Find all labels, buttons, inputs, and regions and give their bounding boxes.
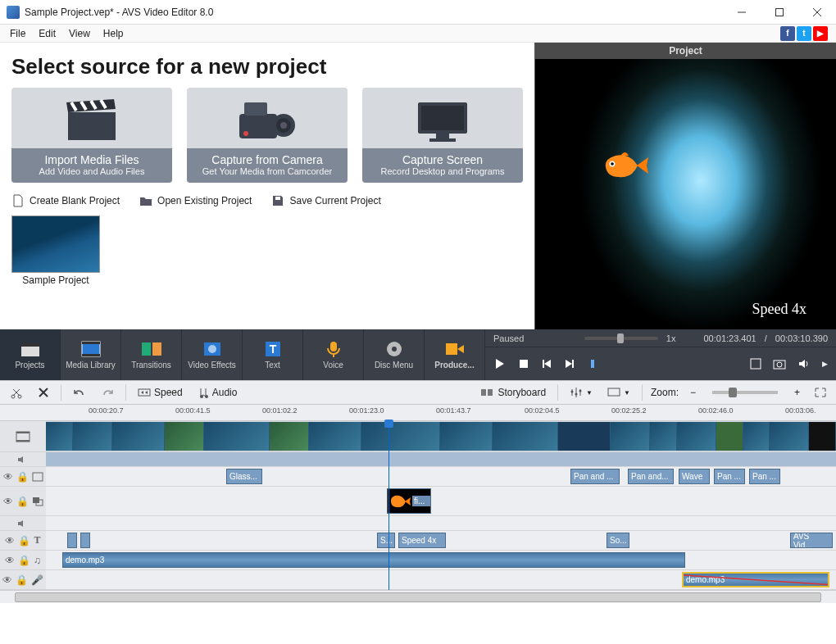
audio-button[interactable]: Audio (194, 385, 241, 400)
undo-button[interactable] (70, 385, 89, 400)
delete-button[interactable] (34, 385, 52, 400)
video-track-head[interactable] (0, 421, 46, 451)
overlay-track-head[interactable]: 👁🔒 (0, 487, 46, 515)
twitter-icon[interactable]: t (797, 26, 811, 41)
audio1-head[interactable]: 👁🔒♫ (0, 551, 46, 569)
display-options-button[interactable]: ▼ (604, 386, 634, 399)
clip-pan2[interactable]: Pan and... (628, 469, 674, 484)
video-audio-head[interactable] (0, 452, 46, 466)
timeline-ruler[interactable]: 00:00:20.7 00:00:41.5 00:01:02.2 00:01:2… (0, 405, 836, 421)
minimize-button[interactable] (723, 0, 761, 25)
clip-pan1[interactable]: Pan and ... (570, 469, 620, 484)
youtube-icon[interactable]: ▶ (813, 26, 828, 41)
svg-rect-36 (139, 389, 150, 396)
clip-pan3[interactable]: Pan ... (714, 469, 745, 484)
audio-track-1: 👁🔒♫ demo.mp3 (0, 551, 836, 570)
eye-icon: 👁 (3, 471, 13, 483)
overlay-clip[interactable]: fi... (387, 488, 431, 514)
menu-edit[interactable]: Edit (32, 26, 62, 41)
voice-head[interactable]: 👁🔒🎤 (0, 570, 46, 589)
clip-pan4[interactable]: Pan ... (749, 469, 780, 484)
svg-point-38 (205, 395, 208, 398)
timeline-scrollbar[interactable] (0, 590, 836, 603)
eye-icon: 👁 (3, 496, 13, 507)
fish-icon (601, 149, 650, 182)
text-track-head[interactable]: 👁🔒T (0, 531, 46, 550)
monitor-icon (411, 88, 474, 148)
audio-clip-2[interactable]: demo.mp3 (682, 572, 829, 587)
svg-rect-39 (481, 389, 486, 396)
eye-icon: 👁 (5, 535, 15, 546)
effects-icon (32, 472, 43, 482)
playback-menu-button[interactable]: ▶ (822, 360, 828, 368)
prev-frame-button[interactable] (541, 358, 552, 370)
music-icon: ♫ (34, 555, 41, 566)
volume-button[interactable] (797, 358, 811, 370)
page-heading: Select source for a new project (11, 54, 523, 79)
clip-wave[interactable]: Wave (679, 469, 710, 484)
maximize-button[interactable] (761, 0, 798, 25)
zoom-fit-button[interactable] (811, 386, 829, 399)
transitions-tab[interactable]: Transitions (121, 329, 182, 380)
text-clip-s[interactable]: S... (377, 533, 395, 548)
video-audio-track (0, 452, 836, 467)
lock-icon: 🔒 (18, 555, 30, 566)
open-existing-project[interactable]: Open Existing Project (139, 194, 252, 207)
zoom-in-button[interactable]: + (791, 385, 803, 400)
text-clip-0b[interactable] (80, 533, 90, 548)
fullscreen-button[interactable] (750, 358, 761, 370)
close-button[interactable] (798, 0, 836, 25)
text-clip-speed[interactable]: Speed 4x (398, 533, 446, 548)
audio-clip-1[interactable]: demo.mp3 (62, 552, 685, 568)
redo-button[interactable] (98, 385, 117, 400)
menu-help[interactable]: Help (97, 26, 130, 41)
audio-mix-button[interactable]: ▼ (566, 385, 596, 400)
svg-rect-18 (82, 342, 100, 344)
lock-icon: 🔒 (16, 574, 28, 586)
zoom-slider[interactable] (712, 391, 778, 394)
preview-header: Project (535, 43, 836, 59)
svg-rect-10 (436, 134, 449, 138)
text-clip-so[interactable]: So... (607, 533, 629, 548)
media-library-tab[interactable]: Media Library (61, 329, 121, 380)
save-current-project[interactable]: Save Current Project (271, 194, 380, 207)
play-button[interactable] (493, 357, 507, 370)
svg-rect-9 (421, 106, 464, 130)
text-track: 👁🔒T S... Speed 4x So... AVS Vid... (0, 531, 836, 551)
svg-rect-1 (68, 112, 116, 140)
capture-screen-card[interactable]: Capture ScreenRecord Desktop and Program… (362, 88, 523, 183)
project-thumbnail[interactable]: Sample Project (11, 215, 100, 286)
svg-rect-29 (446, 343, 457, 355)
zoom-out-button[interactable]: − (687, 385, 699, 400)
text-tab[interactable]: TText (243, 329, 303, 380)
storyboard-button[interactable]: Storyboard (478, 385, 549, 400)
text-clip-avs[interactable]: AVS Vid... (790, 533, 833, 548)
snapshot-button[interactable] (773, 358, 786, 370)
menu-file[interactable]: File (3, 26, 32, 41)
svg-rect-0 (776, 8, 784, 16)
menu-view[interactable]: View (62, 26, 97, 41)
next-frame-button[interactable] (564, 358, 575, 370)
split-button[interactable] (587, 358, 598, 370)
preview-panel: Project Speed 4x (534, 43, 836, 329)
facebook-icon[interactable]: f (780, 26, 795, 41)
clip-glass[interactable]: Glass... (226, 469, 262, 484)
speed-button[interactable]: Speed (134, 385, 186, 400)
capture-camera-card[interactable]: Capture from CameraGet Your Media from C… (187, 88, 348, 183)
import-media-card[interactable]: Import Media FilesAdd Video and Audio Fi… (11, 88, 172, 183)
preview-video[interactable]: Speed 4x (535, 59, 836, 329)
svg-point-43 (579, 390, 582, 392)
projects-tab[interactable]: Projects (0, 329, 61, 380)
speed-slider[interactable] (584, 337, 658, 340)
stop-button[interactable] (518, 358, 529, 370)
disc-menu-tab[interactable]: Disc Menu (364, 329, 425, 380)
effects-track-head[interactable]: 👁🔒 (0, 467, 46, 486)
cut-button[interactable] (7, 384, 26, 401)
video-effects-tab[interactable]: Video Effects (182, 329, 243, 380)
svg-point-28 (392, 347, 397, 351)
text-clip-0[interactable] (67, 533, 77, 548)
create-blank-project[interactable]: Create Blank Project (11, 194, 120, 207)
produce-tab[interactable]: Produce... (425, 329, 485, 380)
voice-tab[interactable]: Voice (303, 329, 364, 380)
svg-rect-30 (520, 360, 528, 368)
